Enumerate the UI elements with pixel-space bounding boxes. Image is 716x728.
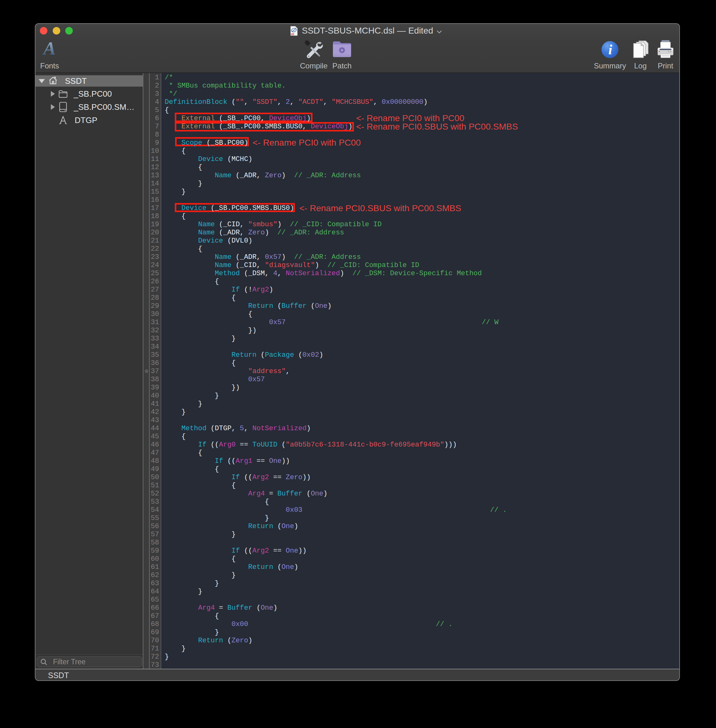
svg-text:DSL: DSL — [291, 33, 294, 35]
svg-text:i: i — [608, 42, 613, 58]
